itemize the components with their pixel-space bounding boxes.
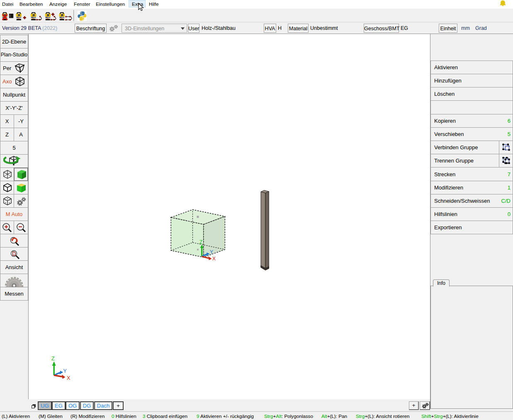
svg-text:X: X	[212, 256, 216, 262]
svg-text:Y: Y	[63, 368, 67, 374]
svg-text:X: X	[67, 375, 71, 381]
svg-text:Z: Z	[51, 356, 55, 362]
svg-text:Y: Y	[210, 249, 213, 255]
svg-text:Z: Z	[199, 239, 202, 245]
